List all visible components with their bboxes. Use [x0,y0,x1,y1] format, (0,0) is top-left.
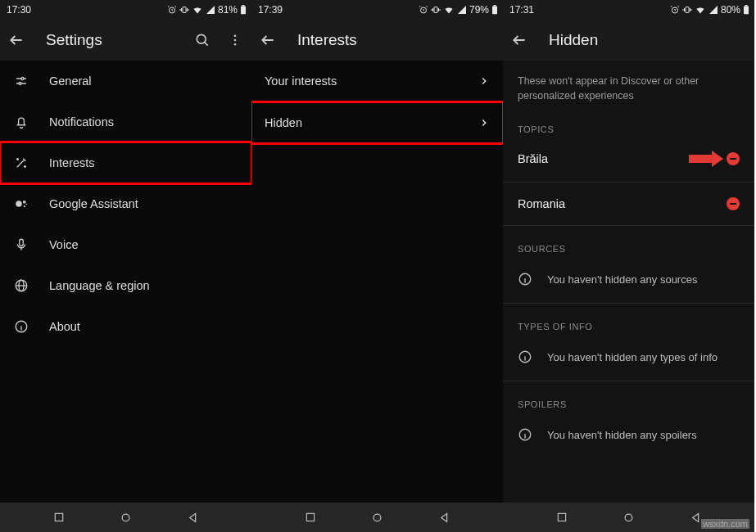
bell-icon [13,114,29,130]
globe-icon [13,277,29,294]
battery-text: 79% [469,4,489,16]
settings-item-label: About [49,320,80,333]
remove-topic-button[interactable] [727,152,740,165]
svg-point-34 [625,514,632,521]
svg-rect-2 [241,7,246,15]
svg-point-6 [234,39,237,42]
section-header-topics: TOPICS [503,111,754,141]
svg-point-10 [16,201,22,207]
settings-item-label: Notifications [49,115,114,128]
topic-label: Romania [518,197,565,210]
nav-back-button[interactable] [186,510,201,525]
svg-rect-21 [434,7,437,13]
battery-text: 81% [218,4,238,16]
settings-item-notifications[interactable]: Notifications [0,101,251,142]
search-button[interactable] [192,30,212,50]
settings-list: General Notifications Interests Google A… [0,61,251,503]
nav-recent-button[interactable] [555,510,569,525]
settings-item-voice[interactable]: Voice [0,224,251,265]
android-nav-bar [0,503,251,532]
status-icons: 81% [167,4,247,16]
settings-item-assistant[interactable]: Google Assistant [0,183,251,224]
nav-recent-button[interactable] [52,510,66,525]
svg-rect-29 [745,5,748,7]
nav-back-button[interactable] [437,510,452,525]
status-bar: 17:31 80% [503,0,754,20]
svg-point-19 [122,514,129,521]
topic-row-braila: Brăila [503,141,754,177]
info-icon [13,318,29,335]
status-bar: 17:30 81% [0,0,251,20]
svg-point-25 [373,514,381,521]
alarm-icon [419,5,428,15]
hidden-description: These won't appear in Discover or other … [503,61,754,111]
android-nav-bar [251,503,503,532]
svg-point-13 [26,204,28,205]
topic-label: Brăila [518,152,548,165]
svg-rect-3 [242,5,245,7]
nav-home-button[interactable] [622,510,636,525]
svg-point-8 [21,78,24,80]
divider [503,303,754,304]
app-bar: Hidden [503,20,754,61]
empty-text: You haven't hidden any sources [547,273,697,286]
svg-rect-14 [20,239,24,246]
empty-spoilers: You haven't hidden any spoilers [503,416,754,453]
battery-icon [240,5,247,15]
back-button[interactable] [258,30,278,50]
svg-point-5 [234,34,237,37]
magic-wand-icon [13,155,29,171]
back-button[interactable] [509,30,529,50]
settings-item-label: Language & region [49,279,150,292]
settings-item-about[interactable]: About [0,306,251,347]
wifi-icon [192,5,203,15]
svg-point-9 [19,83,21,85]
section-header-spoilers: SPOILERS [503,386,754,416]
settings-item-interests[interactable]: Interests [0,142,251,183]
nav-home-button[interactable] [119,510,134,525]
battery-text: 80% [721,4,740,16]
status-time: 17:30 [7,4,31,16]
wifi-icon [443,5,455,15]
list-item-label: Hidden [265,116,302,129]
status-time: 17:31 [509,4,534,16]
nav-home-button[interactable] [370,510,385,525]
status-icons: 79% [419,4,498,16]
vibrate-icon [431,5,441,15]
svg-rect-28 [744,7,749,15]
nav-recent-button[interactable] [303,510,318,525]
interests-item-hidden[interactable]: Hidden [251,102,503,143]
svg-rect-27 [686,7,689,13]
page-title: Interests [297,31,496,49]
alarm-icon [167,5,177,15]
overflow-menu-button[interactable] [225,30,245,50]
divider [503,381,754,381]
status-time: 17:39 [258,4,283,16]
sliders-icon [13,73,29,89]
info-icon [518,427,532,442]
info-icon [518,272,532,286]
remove-topic-button[interactable] [727,197,740,210]
svg-point-12 [24,205,25,207]
page-title: Hidden [549,31,748,49]
signal-icon [708,5,718,15]
interests-item-your-interests[interactable]: Your interests [251,61,503,101]
divider [265,143,490,144]
alarm-icon [670,5,680,15]
svg-point-11 [23,201,26,204]
svg-rect-24 [306,513,314,521]
microphone-icon [13,237,29,253]
settings-item-general[interactable]: General [0,61,251,101]
empty-text: You haven't hidden any spoilers [547,429,697,441]
chevron-right-icon [478,75,490,87]
topic-row-romania: Romania [503,187,754,220]
settings-item-language[interactable]: Language & region [0,265,251,306]
section-header-sources: SOURCES [503,231,754,260]
wifi-icon [695,5,706,15]
hidden-content: These won't appear in Discover or other … [503,61,754,503]
back-button[interactable] [7,30,26,50]
assistant-icon [13,196,29,212]
settings-item-label: Voice [49,238,78,251]
chevron-right-icon [478,117,490,128]
divider [503,182,754,183]
